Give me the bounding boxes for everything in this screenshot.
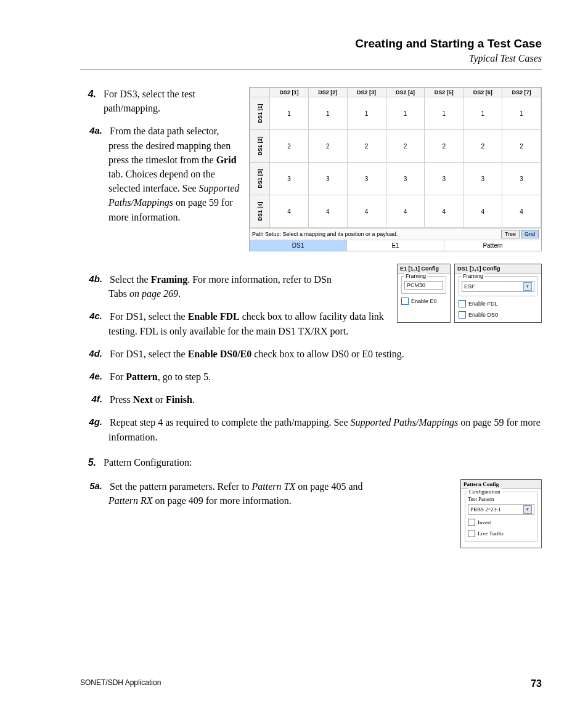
checkbox-icon [468,519,475,526]
step-5: 5. Pattern Configuration: [80,455,542,469]
grid-cell[interactable]: 2 [270,130,309,163]
text-italic: Supported Paths/Mappings [351,417,459,428]
chevron-down-icon: ▾ [523,282,532,291]
test-pattern-dropdown[interactable]: PRBS 2^23-1 ▾ [468,504,534,515]
step-4c: 4c. For DS1, select the Enable FDL check… [80,309,390,338]
pattern-panel-title: Pattern Config [461,480,541,489]
step-4d-number: 4d. [84,347,102,360]
grid-cell[interactable]: 2 [463,130,502,163]
pattern-config-panel: Pattern Config Configuration Test Patter… [460,479,542,548]
step-4e: 4e. For Pattern, go to step 5. [80,370,542,384]
page-number: 73 [531,678,542,689]
grid-cell[interactable]: 4 [270,195,309,228]
grid-figure: DS2 [1] DS2 [2] DS2 [3] DS2 [4] DS2 [5] … [249,87,542,251]
ds1-framing-dropdown[interactable]: ESF ▾ [462,281,534,292]
grid-cell[interactable]: 1 [308,97,347,130]
page-header-subtitle: Typical Test Cases [80,53,542,64]
enable-ds0-checkbox[interactable]: Enable DS0 [459,311,537,318]
row-header: DS1 [1] [257,103,263,123]
grid-cell[interactable]: 1 [386,97,425,130]
checkbox-icon [459,311,466,318]
col-header: DS2 [4] [386,88,425,97]
tree-button[interactable]: Tree [501,230,520,238]
invert-checkbox[interactable]: Invert [468,519,534,526]
text: For [110,371,126,382]
text: . [178,288,181,299]
grid-cell[interactable]: 4 [386,195,425,228]
text: From the data path selector, press the d… [108,126,231,164]
step-4f: 4f. Press Next or Finish. [80,392,542,407]
grid-cell[interactable]: 3 [308,163,347,195]
e1-framing-value[interactable]: PCM30 [404,281,443,290]
text-italic: Pattern RX [108,495,153,506]
grid-cell[interactable]: 2 [425,130,463,163]
text-bold: Next [133,394,153,405]
enable-fdl-checkbox[interactable]: Enable FDL [459,300,537,307]
step-4b: 4b. Select the Framing. For more informa… [80,272,343,301]
e1-panel-title: E1 [1,1] Config [398,264,450,274]
step-4g-number: 4g. [84,415,102,429]
footer-app-name: SONET/SDH Application [80,678,161,689]
grid-button[interactable]: Grid [521,230,539,238]
grid-cell[interactable]: 4 [463,195,502,228]
step-4f-number: 4f. [84,392,102,406]
grid-cell[interactable]: 2 [386,130,425,163]
text: Repeat step 4 as required to complete th… [110,417,351,428]
step-4c-number: 4c. [84,309,102,323]
col-header: DS2 [3] [347,88,386,97]
tab-ds1[interactable]: DS1 [250,240,347,251]
text-bold: Pattern [126,371,158,382]
step-5-intro: Pattern Configuration: [104,455,192,469]
checkbox-label: Enable E0 [411,298,437,304]
ds1-config-panel: DS1 [1,1] Config Framing ESF ▾ Enable FD… [454,264,542,323]
step-4e-number: 4e. [84,370,102,383]
text: on page 405 and [295,481,362,492]
checkbox-icon [401,298,409,305]
grid-cell[interactable]: 4 [502,195,541,228]
grid-cell[interactable]: 1 [270,97,309,130]
text: check box to allow DS0 or E0 testing. [251,349,404,359]
grid-cell[interactable]: 3 [502,163,541,195]
text: For DS1, select the [110,311,188,322]
text: Select the [110,274,151,285]
col-header: DS2 [1] [270,88,309,97]
col-header: DS2 [5] [425,88,463,97]
grid-cell[interactable]: 2 [308,130,347,163]
grid-cell[interactable]: 3 [386,163,425,195]
grid-cell[interactable]: 3 [425,163,463,195]
text-bold: Enable FDL [188,311,240,322]
step-4g: 4g. Repeat step 4 as required to complet… [80,415,542,444]
grid-cell[interactable]: 2 [347,130,386,163]
step-4a: 4a. From the data path selector, press t… [80,124,240,224]
grid-cell[interactable]: 1 [347,97,386,130]
text: or [153,394,166,405]
text: , go to step 5. [158,371,211,382]
framing-label: Framing [462,273,484,279]
step-4d: 4d. For DS1, select the Enable DS0/E0 ch… [80,347,542,361]
grid-cell[interactable]: 3 [270,163,309,195]
tab-pattern[interactable]: Pattern [444,240,541,251]
checkbox-label: Enable DS0 [468,312,498,318]
grid-cell[interactable]: 4 [347,195,386,228]
text-italic: Pattern TX [252,481,296,492]
step-4-number: 4. [80,87,96,101]
grid-cell[interactable]: 3 [463,163,502,195]
enable-e0-checkbox[interactable]: Enable E0 [401,298,446,305]
live-traffic-checkbox[interactable]: Live Traffic [468,530,534,537]
text-italic: on page 269 [129,288,178,299]
grid-cell[interactable]: 4 [308,195,347,228]
text-bold: Enable DS0/E0 [188,349,252,359]
checkbox-label: Invert [478,519,491,525]
grid-footer-text: Path Setup: Select a mapping and its pos… [252,231,398,237]
checkbox-label: Live Traffic [478,530,504,537]
grid-cell[interactable]: 1 [425,97,463,130]
text: For DS1, select the [110,349,188,359]
col-header: DS2 [2] [308,88,347,97]
grid-cell[interactable]: 1 [502,97,541,130]
col-header: DS2 [6] [463,88,502,97]
grid-cell[interactable]: 2 [502,130,541,163]
grid-cell[interactable]: 1 [463,97,502,130]
grid-cell[interactable]: 3 [347,163,386,195]
tab-e1[interactable]: E1 [347,240,444,251]
grid-cell[interactable]: 4 [425,195,463,228]
